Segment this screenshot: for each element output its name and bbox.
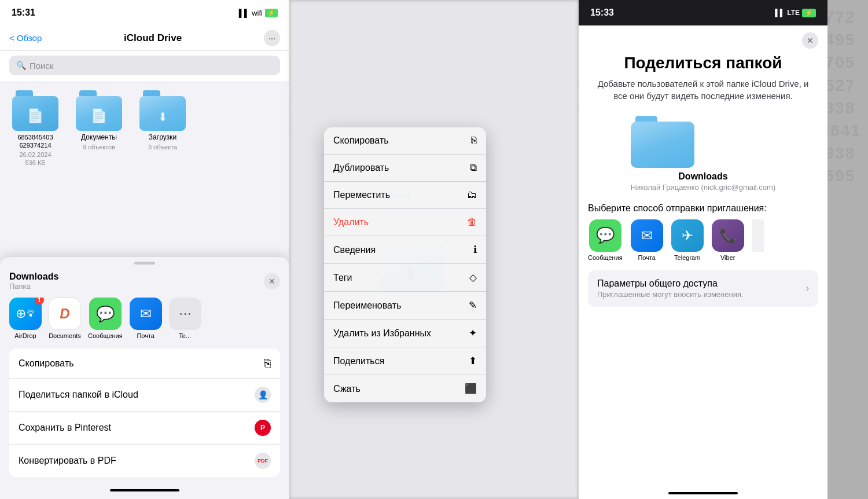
sheet-app-extra[interactable] (752, 219, 764, 261)
sheet-folder-name: Downloads (631, 171, 775, 182)
sheet-close-button[interactable]: ✕ (802, 32, 818, 49)
action-pdf[interactable]: Конвертировать в PDF PDF (9, 445, 280, 477)
folder-icon-3: ⬇ (139, 90, 186, 131)
wifi-icon: wifi (252, 9, 263, 17)
action-share-icloud[interactable]: Поделиться папкой в iCloud 👤 (9, 379, 280, 412)
home-indicator-3 (668, 492, 738, 494)
sheet-close-row: ✕ (579, 25, 827, 49)
folder-body-3: ⬇ (139, 96, 186, 131)
sheet-modal: ✕ Поделиться папкой Добавьте пользовател… (579, 25, 827, 499)
file-grid: 📄 6853845403629374214 26.02.2024 536 КБ … (0, 81, 289, 175)
access-subtitle: Приглашенные могут вносить изменения. (597, 290, 744, 299)
phone1-time: 15:31 (12, 8, 35, 18)
sheet-apps-row: 💬 Сообщения ✉ Почта ✈ Telegram (579, 219, 827, 270)
sheet-app-telegram[interactable]: ✈ Telegram (671, 219, 704, 261)
ctx-info[interactable]: Сведения ℹ (324, 236, 486, 264)
search-bar: 🔍 Поиск (0, 51, 289, 81)
sheet-app-mail[interactable]: ✉ Почта (631, 219, 663, 261)
ctx-copy[interactable]: Скопировать ⎘ (324, 127, 486, 155)
ctx-duplicate[interactable]: Дублировать ⧉ (324, 155, 486, 182)
ctx-move-label: Переместить (333, 190, 390, 200)
doc-d-letter: D (60, 306, 69, 322)
share-apps-row: 1 AirDrop D Documents 💬 Сообщения (0, 298, 289, 348)
phone1-status-icons: ▌▌ wifi ⚡ (239, 9, 278, 17)
mail-icon: ✉ (130, 298, 162, 330)
ctx-unfavorite[interactable]: Удалить из Избранных ✦ (324, 320, 486, 347)
home-indicator (110, 489, 179, 491)
sheet-app-messages[interactable]: 💬 Сообщения (588, 219, 623, 261)
folder-doc-icon-2: 📄 (90, 108, 108, 124)
file-meta-2: 9 объектов (83, 144, 115, 151)
action-copy[interactable]: Скопировать ⎘ (9, 348, 280, 379)
sheet-viber-label: Viber (720, 254, 735, 261)
ctx-move-icon: 🗂 (467, 189, 477, 201)
share-app-mail[interactable]: ✉ Почта (130, 298, 162, 339)
action-pinterest-label: Сохранить в Pinterest (19, 423, 111, 433)
sheet-title: Поделиться папкой (579, 49, 827, 78)
share-app-airdrop[interactable]: 1 AirDrop (9, 298, 42, 339)
more-apps-icon: ⋯ (169, 298, 201, 330)
ctx-delete[interactable]: Удалить 🗑 (324, 209, 486, 236)
folder-tab-3 (143, 90, 160, 96)
folder-dl-icon: ⬇ (158, 110, 168, 124)
access-settings-row[interactable]: Параметры общего доступа Приглашенные мо… (588, 270, 818, 307)
copy-icon: ⎘ (264, 357, 271, 370)
messages-icon: 💬 (89, 298, 122, 330)
sheet-title: Downloads (9, 271, 58, 282)
sheet-app-viber[interactable]: 📞 Viber (712, 219, 744, 261)
messages-label: Сообщения (88, 332, 123, 339)
share-app-messages[interactable]: 💬 Сообщения (88, 298, 123, 339)
airdrop-badge: 1 (35, 298, 44, 304)
ctx-tags[interactable]: Теги ◇ (324, 264, 486, 292)
file-meta-date-1: 26.02.2024 (19, 151, 51, 158)
sheet-messages-label: Сообщения (588, 254, 623, 261)
back-button[interactable]: < Обзор (9, 33, 42, 43)
ctx-rename[interactable]: Переименовать ✎ (324, 292, 486, 320)
ctx-compress[interactable]: Сжать ⬛ (324, 375, 486, 402)
phone1: 15:31 ▌▌ wifi ⚡ < Обзор iCloud Drive ···… (0, 0, 289, 499)
access-title: Параметры общего доступа (597, 278, 744, 289)
action-pinterest[interactable]: Сохранить в Pinterest P (9, 412, 280, 445)
search-input[interactable]: 🔍 Поиск (9, 56, 280, 75)
ctx-tags-label: Теги (333, 273, 352, 283)
battery-icon-3: ⚡ (802, 9, 816, 17)
ctx-share[interactable]: Поделиться ⬆ (324, 347, 486, 375)
phones-container: 15:31 ▌▌ wifi ⚡ < Обзор iCloud Drive ···… (0, 0, 868, 499)
share-app-more[interactable]: ⋯ Te... (169, 298, 201, 339)
folder-icon-2: 📄 (76, 90, 122, 131)
share-person-icon: 👤 (255, 387, 271, 403)
phone1-nav-bar: < Обзор iCloud Drive ··· (0, 25, 289, 51)
sheet-invite-label: Выберите способ отправки приглашения: (579, 194, 827, 219)
ctx-unfavorite-icon: ✦ (469, 327, 477, 339)
signal-icon: ▌▌ (239, 9, 249, 17)
airdrop-label: AirDrop (14, 332, 36, 339)
ctx-copy-label: Скопировать (333, 135, 389, 146)
ctx-delete-icon: 🗑 (467, 217, 477, 228)
close-button[interactable]: ✕ (264, 273, 280, 289)
folder-icon-1: 📄 (12, 90, 58, 131)
pinterest-icon: P (255, 420, 271, 436)
file-item-2[interactable]: 📄 Документы 9 объектов (73, 90, 125, 166)
share-app-documents[interactable]: D Documents (49, 298, 81, 339)
messages-bubble: 💬 (96, 305, 115, 323)
sheet-telegram-arrow: ✈ (682, 228, 693, 244)
phone3-status-icons: ▌▌ LTE ⚡ (775, 9, 816, 17)
ctx-duplicate-label: Дублировать (333, 163, 389, 173)
sheet-mail-icon: ✉ (631, 219, 663, 252)
home-indicator-area (0, 482, 289, 499)
more-label: Te... (179, 332, 191, 339)
ctx-unfavorite-label: Удалить из Избранных (333, 328, 431, 339)
more-button[interactable]: ··· (264, 30, 280, 46)
phone1-status-bar: 15:31 ▌▌ wifi ⚡ (0, 0, 289, 25)
file-name-3: Загрузки (149, 133, 176, 142)
close-x-icon: ✕ (807, 36, 814, 45)
ctx-duplicate-icon: ⧉ (470, 162, 477, 174)
folder-body-2: 📄 (76, 96, 122, 131)
sheet-mail-label: Почта (638, 254, 656, 261)
ctx-move[interactable]: Переместить 🗂 (324, 182, 486, 209)
action-share-label: Поделиться папкой в iCloud (19, 390, 138, 400)
file-item-3[interactable]: ⬇ Загрузки 3 объекта (137, 90, 189, 166)
ctx-delete-label: Удалить (333, 217, 369, 228)
file-item-1[interactable]: 📄 6853845403629374214 26.02.2024 536 КБ (9, 90, 61, 166)
sheet-description: Добавьте пользователей к этой папке iClo… (579, 78, 827, 111)
